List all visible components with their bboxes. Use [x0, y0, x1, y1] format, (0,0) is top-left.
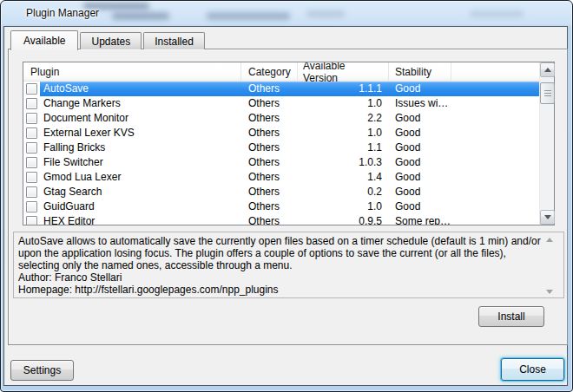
table-row[interactable]: HEX Editor Others 0.9.5 Some rep… [23, 214, 539, 225]
table-row[interactable]: Document Monitor Others 2.2 Good [23, 111, 539, 126]
plugin-name-cell: HEX Editor [40, 214, 241, 225]
plugin-checkbox[interactable] [26, 142, 37, 154]
titlebar[interactable]: Plugin Manager [1, 1, 572, 26]
checkbox-cell [23, 201, 40, 212]
row-content[interactable]: GuidGuard Others 1.0 Good [40, 199, 539, 214]
column-header-stability[interactable]: Stability [389, 62, 451, 81]
glass-blur-artifact [207, 12, 290, 20]
plugin-checkbox[interactable] [26, 83, 37, 95]
plugin-checkbox[interactable] [26, 172, 37, 183]
description-scroll-up-icon[interactable] [546, 238, 553, 242]
checkbox-cell [23, 186, 40, 198]
checkbox-cell [23, 83, 40, 95]
checkbox-cell [23, 157, 40, 168]
row-content[interactable]: File Switcher Others 1.0.3 Good [40, 155, 539, 170]
plugin-stability-cell: Good [389, 82, 539, 96]
scrollbar-down-button[interactable] [540, 210, 555, 225]
plugin-category-cell: Others [241, 214, 298, 225]
scrollbar-up-button[interactable] [540, 62, 555, 77]
close-button[interactable]: Close [501, 358, 564, 381]
table-row[interactable]: Falling Bricks Others 1.1 Good [23, 140, 539, 155]
checkbox-cell [23, 172, 40, 183]
column-header-category[interactable]: Category [241, 62, 298, 81]
plugin-version-cell: 0.2 [298, 185, 389, 199]
plugin-checkbox[interactable] [26, 157, 37, 168]
plugin-checkbox[interactable] [26, 113, 37, 124]
glass-blur-artifact [306, 10, 345, 17]
row-content[interactable]: Gtag Search Others 0.2 Good [40, 185, 539, 199]
plugin-version-cell: 1.0 [298, 126, 389, 140]
plugin-version-cell: 0.9.5 [298, 214, 389, 225]
plugin-stability-cell: Issues wi… [389, 96, 539, 111]
checkbox-cell [23, 216, 40, 225]
glass-blur-artifact [112, 12, 169, 20]
plugin-checkbox[interactable] [26, 201, 37, 212]
checkbox-cell [23, 127, 40, 139]
install-button[interactable]: Install [478, 306, 544, 327]
tab-available-label: Available [23, 35, 65, 47]
plugin-category-cell: Others [241, 185, 298, 199]
plugin-description: AutoSave allows to automatically save th… [13, 232, 564, 298]
plugin-list: Plugin Category Available Version Stabil… [23, 62, 555, 225]
tab-installed[interactable]: Installed [143, 32, 205, 49]
description-scroll-down-icon[interactable] [546, 290, 553, 294]
plugin-stability-cell: Good [389, 199, 539, 214]
tab-available[interactable]: Available [10, 30, 78, 50]
plugin-checkbox[interactable] [26, 127, 37, 139]
table-row[interactable]: AutoSave Others 1.1.1 Good [23, 82, 539, 96]
plugin-name-cell: Gmod Lua Lexer [40, 170, 241, 185]
table-row[interactable]: GuidGuard Others 1.0 Good [23, 199, 539, 214]
row-content[interactable]: Falling Bricks Others 1.1 Good [40, 140, 539, 155]
list-scrollbar[interactable] [539, 62, 554, 225]
column-header-plugin[interactable]: Plugin [23, 62, 241, 81]
tab-installed-label: Installed [155, 36, 194, 48]
plugin-manager-window: Plugin Manager Available Updates Install… [0, 0, 573, 392]
plugin-name-cell: Gtag Search [40, 185, 241, 199]
plugin-name-cell: External Lexer KVS [40, 126, 241, 140]
table-row[interactable]: External Lexer KVS Others 1.0 Good [23, 126, 539, 140]
plugin-checkbox[interactable] [26, 186, 37, 198]
table-row[interactable]: File Switcher Others 1.0.3 Good [23, 155, 539, 170]
scrollbar-thumb[interactable] [540, 82, 555, 104]
plugin-stability-cell: Some rep… [389, 214, 539, 225]
plugin-name-cell: File Switcher [40, 155, 241, 170]
window-title: Plugin Manager [26, 7, 99, 19]
settings-button[interactable]: Settings [10, 360, 74, 381]
plugin-stability-cell: Good [389, 140, 539, 155]
tab-updates[interactable]: Updates [80, 32, 142, 49]
column-header-available-version[interactable]: Available Version [298, 62, 389, 81]
row-content[interactable]: HEX Editor Others 0.9.5 Some rep… [40, 214, 539, 225]
plugin-stability-cell: Good [389, 155, 539, 170]
scrollbar-gripper-icon [544, 90, 551, 96]
table-row[interactable]: Gtag Search Others 0.2 Good [23, 185, 539, 199]
plugin-category-cell: Others [241, 82, 298, 96]
tab-bar: Available Updates Installed [10, 29, 207, 49]
plugin-category-cell: Others [241, 155, 298, 170]
row-content[interactable]: Document Monitor Others 2.2 Good [40, 111, 539, 126]
table-row[interactable]: Gmod Lua Lexer Others 1.4 Good [23, 170, 539, 185]
plugin-category-cell: Others [241, 170, 298, 185]
plugin-stability-cell: Good [389, 111, 539, 126]
plugin-list-rows: AutoSave Others 1.1.1 Good Change Marker… [23, 82, 539, 225]
tab-updates-label: Updates [91, 36, 130, 48]
glass-blur-artifact [470, 10, 524, 17]
arrow-up-icon [544, 68, 551, 72]
plugin-list-header: Plugin Category Available Version Stabil… [23, 62, 539, 82]
row-content[interactable]: Change Markers Others 1.0 Issues wi… [40, 96, 539, 111]
row-content[interactable]: AutoSave Others 1.1.1 Good [40, 82, 539, 96]
plugin-stability-cell: Good [389, 170, 539, 185]
row-content[interactable]: External Lexer KVS Others 1.0 Good [40, 126, 539, 140]
plugin-checkbox[interactable] [26, 98, 37, 109]
table-row[interactable]: Change Markers Others 1.0 Issues wi… [23, 96, 539, 111]
plugin-version-cell: 1.1.1 [298, 82, 389, 96]
plugin-version-cell: 1.0 [298, 199, 389, 214]
plugin-checkbox[interactable] [26, 216, 37, 225]
plugin-category-cell: Others [241, 111, 298, 126]
dialog-client-area: Available Updates Installed Plugin Categ… [3, 26, 568, 386]
plugin-version-cell: 1.4 [298, 170, 389, 185]
checkbox-cell [23, 113, 40, 124]
plugin-version-cell: 2.2 [298, 111, 389, 126]
plugin-category-cell: Others [241, 140, 298, 155]
row-content[interactable]: Gmod Lua Lexer Others 1.4 Good [40, 170, 539, 185]
column-header-filler [451, 62, 539, 81]
